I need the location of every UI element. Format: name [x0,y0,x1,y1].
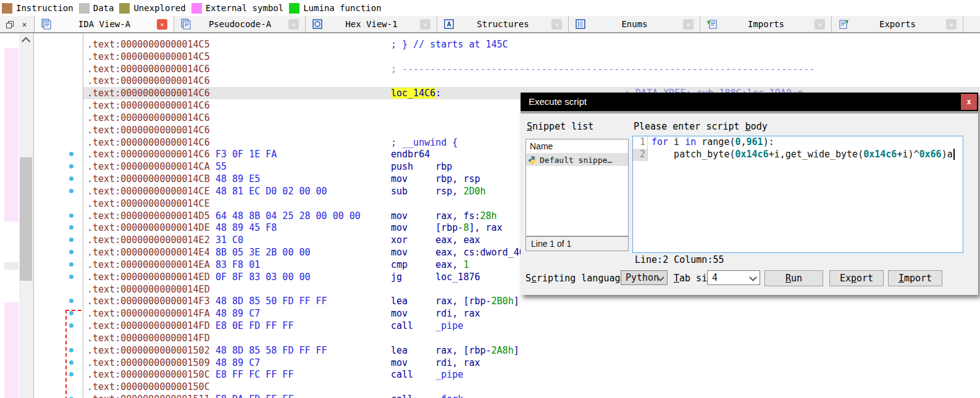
instruction: push rbp [391,161,452,172]
address: .text:00000000000014DE [87,222,210,233]
legend-label: Instruction [16,3,73,13]
address: .text:00000000000014F3 [87,296,210,307]
address: .text:00000000000014E2 [87,234,210,246]
tab-label: Structures [454,19,551,29]
tab-label: IDA View-A [52,19,157,29]
code-line[interactable]: 1for i in range(0,961): [633,136,963,149]
legend-label: Unexplored [133,3,185,13]
instruction-dot [69,299,73,303]
scripting-language-select[interactable]: Python [621,270,668,285]
tab-close-icon[interactable]: ✕ [288,19,299,30]
tab-exports[interactable]: Exports✕ [832,16,963,32]
instruction-dot [69,275,73,279]
listing-row[interactable]: .text:000000000000150248 8D 85 58 FD FF … [83,344,980,357]
listing-margin [0,33,83,398]
address: .text:00000000000014D5 [87,210,210,222]
opcode-bytes: 48 8D 85 58 FD FF FF [216,345,327,356]
address: .text:00000000000014C6 [87,100,210,111]
listing-row[interactable]: .text:00000000000014C6; ----------------… [83,63,980,75]
line-number: 1 [633,136,648,149]
structures-icon: A [443,19,454,30]
tab-close-icon[interactable]: ✕ [946,19,957,30]
address: .text:00000000000014ED [87,272,210,283]
listing-row[interactable]: .text:00000000000014FA48 89 C7mov rdi, r… [83,307,980,320]
close-window-icon[interactable]: ✕ [19,19,29,29]
code-line[interactable]: 2 patch_byte(0x14c6+i,get_wide_byte(0x14… [633,149,963,161]
tab-label: Imports [718,19,815,29]
tab-close-icon[interactable]: ✕ [815,19,825,30]
address: .text:000000000000150C [87,381,210,392]
opcode-bytes: 48 89 C7 [216,357,260,368]
dialog-close-button[interactable]: x [961,94,977,110]
listing-row[interactable]: .text:00000000000014C5; } // starts at 1… [83,38,980,51]
enums-icon [575,19,586,30]
tab-bar: ✕ IDA View-A✕Pseudocode-A✕Hex View-1✕ASt… [0,16,980,33]
opcode-bytes: 31 C0 [216,234,243,246]
import-button[interactable]: Import [888,270,942,286]
listing-row[interactable]: .text:00000000000014C6 [83,75,980,87]
snippet-list-header: Name [526,139,628,154]
instruction-dot [69,176,73,181]
instruction: lea rax, [rbp-2B0h] [391,296,519,307]
tab-close-icon[interactable]: ✕ [420,19,430,30]
scripting-language-value: Python [626,272,659,283]
opcode-bytes: E8 DA FD FF FF [216,394,293,398]
instruction-dot [69,262,73,267]
opcode-bytes: 83 F8 01 [216,259,260,270]
instruction-dot [69,214,73,218]
float-window-icon[interactable] [5,19,15,29]
listing-row[interactable]: .text:00000000000014C5 [83,51,980,63]
tab-ida-view-a[interactable]: IDA View-A✕ [35,16,174,32]
dialog-title-bar[interactable]: Execute script x [521,93,978,111]
instruction: endbr64 [391,149,430,160]
snippet-list-label: Snippet list [527,121,593,132]
address: .text:000000000000150C [87,369,210,380]
listing-row[interactable]: .text:000000000000150CE8 FF FC FF FFcall… [83,368,980,381]
address: .text:00000000000014FD [87,333,210,344]
legend-swatch [191,3,202,14]
address: .text:00000000000014FD [87,320,210,331]
tabs-container: IDA View-A✕Pseudocode-A✕Hex View-1✕AStru… [35,16,980,32]
text-cursor [953,149,955,160]
instruction-dot [69,311,73,315]
address: .text:00000000000014C6 [87,125,210,136]
instruction: mov eax, cs:dword_40 [391,247,525,258]
opcode-bytes: 48 81 EC D0 02 00 00 [216,186,327,197]
listing-row[interactable]: .text:000000000000150948 89 C7mov rdi, r… [83,357,980,369]
instruction: mov rdi, rax [391,357,480,368]
tab-pseudocode-a[interactable]: Pseudocode-A✕ [174,16,306,32]
script-body-editor[interactable]: 1for i in range(0,961):2 patch_byte(0x14… [632,136,963,253]
address: .text:00000000000014FA [87,308,210,319]
python-icon [528,155,537,165]
snippet-list[interactable]: Name Default snippe… [526,139,629,236]
tab-close-icon[interactable]: ✕ [551,19,562,30]
tab-label: Exports [849,19,946,29]
export-button[interactable]: Export [829,270,884,286]
listing-row[interactable]: .text:0000000000001511E8 DA FD FF FFcall… [83,393,980,398]
address: .text:00000000000014C5 [87,51,210,62]
instruction-dot [69,164,73,168]
tab-close-icon[interactable]: ✕ [157,19,167,30]
tab-structures[interactable]: AStructures✕ [437,16,569,32]
legend-item: Instruction [2,3,73,14]
legend-item: External symbol [191,3,283,14]
listing-row[interactable]: .text:00000000000014FD [83,332,980,344]
run-button[interactable]: Run [764,270,823,286]
opcode-bytes: 48 89 45 F8 [216,222,277,233]
instruction-dot [69,189,73,193]
tab-close-icon[interactable]: ✕ [683,19,693,30]
address: .text:00000000000014CA [87,161,210,172]
address: .text:00000000000014CE [87,186,210,197]
legend-item: Data [79,3,114,14]
code-text: patch_byte(0x14c6+i,get_wide_byte(0x14c6… [648,149,955,161]
tab-hex-view-1[interactable]: Hex View-1✕ [306,16,437,32]
tab-imports[interactable]: Imports✕ [700,16,832,32]
listing-row[interactable]: .text:00000000000014F348 8D 85 50 FD FF … [83,295,980,307]
tab-enums[interactable]: Enums✕ [569,16,700,32]
listing-row[interactable]: .text:000000000000150C [83,381,980,393]
snippet-list-item[interactable]: Default snippe… [526,154,628,166]
address: .text:00000000000014CB [87,173,210,184]
listing-row[interactable]: .text:00000000000014FDE8 0E FD FF FFcall… [83,320,980,332]
tab-size-select[interactable]: 4 [707,270,760,285]
instruction: cmp eax, 1 [391,259,469,270]
